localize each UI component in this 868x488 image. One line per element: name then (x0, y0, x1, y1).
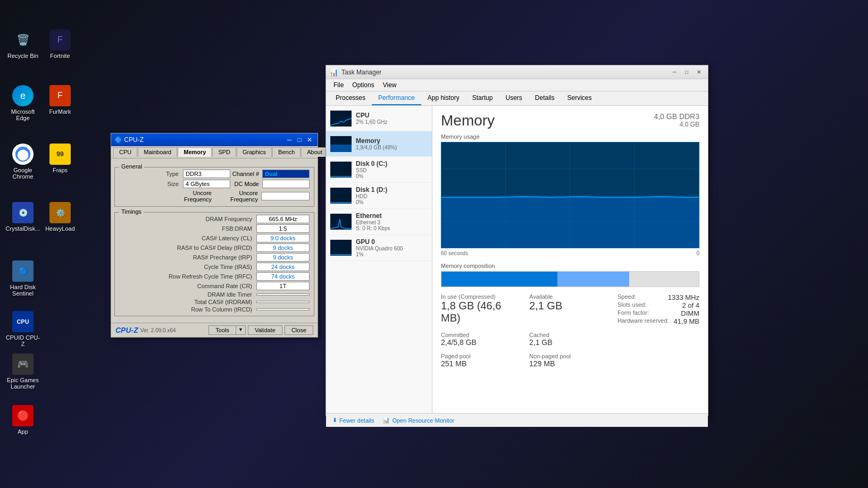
stat-nonpaged-label: Non-paged pool (529, 353, 611, 359)
taskmanager-tab-processes[interactable]: Processes (329, 91, 372, 105)
memory-type-info: 4,0 GB DDR3 4,0 GB (654, 112, 699, 128)
taskmanager-menu-options[interactable]: Options (348, 80, 378, 90)
resource-monitor-icon: 📊 (382, 417, 390, 424)
desktop-icon-crystaldisk[interactable]: 💿 CrystalDisk... (4, 202, 41, 232)
disk1-mini-chart (330, 188, 352, 204)
stat-in-use-label: In use (Compressed) (441, 293, 523, 300)
memory-type: 4,0 GB DDR3 (654, 112, 699, 121)
cpuz-titlebar: 🔷 CPU-Z ─ □ ✕ (111, 133, 318, 146)
cpuz-tools-group: Tools ▼ (208, 325, 246, 335)
cpu-device-info: CPU 2% 1,60 GHz (356, 112, 428, 125)
desktop-icon-heavyload[interactable]: ⚙️ HeavyLoad (41, 202, 79, 232)
disk0-device-info: Disk 0 (C:) SSD 0% (356, 160, 428, 179)
desktop-icon-edge[interactable]: e Microsoft Edge (4, 85, 41, 121)
taskmanager-tab-users[interactable]: Users (499, 91, 528, 105)
stat-in-use: In use (Compressed) 1,8 GB (46,6 MB) (441, 293, 523, 325)
cpuz-footer-left: CPU-Z Ver. 2.09.0.x64 (115, 326, 176, 334)
cpuz-logo: CPU-Z (115, 326, 138, 334)
desktop-icon-furmark[interactable]: F FurMark (41, 85, 79, 115)
desktop-icon-fraps[interactable]: 99 Fraps (41, 144, 79, 173)
desktop-icon-epic[interactable]: 🎮 Epic Games Launcher (4, 354, 41, 390)
desktop-icon-chrome[interactable]: ⬤ Google Chrome (4, 144, 41, 180)
cpuz-general-group: General Type DDR3 Channel # Dual Size 4 … (114, 167, 314, 207)
device-item-memory[interactable]: Memory 1,9/4,0 GB (48%) (326, 131, 432, 157)
cpuz-tab-spd[interactable]: SPD (212, 147, 236, 157)
taskmanager-minimize-button[interactable]: ─ (669, 68, 680, 77)
desktop-icon-app2[interactable]: 🔴 App (4, 405, 41, 435)
cpuz-tools-arrow[interactable]: ▼ (236, 325, 246, 335)
cpuz-tab-about[interactable]: About (301, 147, 328, 157)
fewer-details-label: Fewer details (339, 417, 374, 424)
memory-device-name: Memory (356, 137, 428, 145)
cpuz-timing-trdram: Total CAS# (tRDRAM) (119, 299, 310, 305)
taskmanager-menu-file[interactable]: File (329, 80, 348, 90)
cpuz-title: 🔷 CPU-Z (114, 136, 144, 144)
stat-paged-value: 251 MB (441, 359, 523, 368)
stat-committed-label: Committed (441, 332, 523, 338)
cpuz-tab-mainboard[interactable]: Mainboard (138, 147, 177, 157)
cpuz-tools-button[interactable]: Tools (208, 325, 236, 335)
gpu0-device-detail1: NVIDIA Quadro 600 (356, 246, 428, 251)
cpuz-close-btn[interactable]: Close (285, 325, 313, 335)
taskmanager-tab-startup[interactable]: Startup (466, 91, 499, 105)
disk0-device-name: Disk 0 (C:) (356, 160, 428, 167)
taskmanager-title: Task Manager (341, 69, 381, 76)
memory-mini-chart (330, 136, 352, 152)
device-item-cpu[interactable]: CPU 2% 1,60 GHz (326, 106, 432, 131)
taskmanager-tab-performance[interactable]: Performance (372, 91, 421, 105)
disk1-device-detail1: HDD (356, 193, 428, 199)
cpuz-tab-bench[interactable]: Bench (272, 147, 301, 157)
memory-in-use-bar (441, 272, 557, 287)
device-item-disk1[interactable]: Disk 1 (D:) HDD 0% (326, 183, 432, 209)
cpuz-minimize-button[interactable]: ─ (285, 135, 294, 145)
cpuz-timing-trcd: RAS# to CAS# Delay (tRCD) 9 docks (119, 243, 310, 252)
ethernet-device-info: Ethernet Ethernet 3 S: 0 R: 0 Kbps (356, 212, 428, 231)
stat-available-value: 2,1 GB (529, 300, 611, 312)
cpuz-timing-idle: DRAM Idle Timer (119, 291, 310, 298)
cpuz-maximize-button[interactable]: □ (295, 135, 304, 145)
cpuz-dcmode-value (262, 180, 310, 188)
taskmanager-titlebar: 📊 Task Manager ─ □ ✕ (326, 65, 708, 79)
taskmanager-close-button[interactable]: ✕ (693, 68, 705, 77)
device-item-disk0[interactable]: Disk 0 (C:) SSD 0% (326, 157, 432, 183)
stat-nonpaged-value: 129 MB (529, 359, 611, 368)
taskmanager-tabs: Processes Performance App history Startu… (326, 91, 708, 106)
taskmanager-menu-view[interactable]: View (379, 80, 401, 90)
desktop-icon-cpuid[interactable]: CPU CPUID CPU-Z (4, 311, 41, 347)
cpuz-tab-cpu[interactable]: CPU (113, 147, 137, 157)
gpu0-device-info: GPU 0 NVIDIA Quadro 600 1% (356, 238, 428, 257)
desktop-icon-recycle-bin[interactable]: 🗑️ Recycle Bin (4, 29, 41, 59)
taskmanager-menu: File Options View (326, 79, 708, 91)
fewer-details-button[interactable]: ⬇ Fewer details (332, 417, 374, 424)
memory-cached-bar (557, 272, 630, 287)
stat-available: Available 2,1 GB (529, 293, 611, 325)
stat-slots-value: 2 of 4 (682, 301, 699, 309)
taskmanager-tab-details[interactable]: Details (529, 91, 561, 105)
desktop-icon-harddisk[interactable]: 🔵 Hard Disk Sentinel (4, 260, 41, 297)
cpuz-tab-memory[interactable]: Memory (178, 147, 212, 157)
cpuz-tab-graphics[interactable]: Graphics (237, 147, 272, 157)
open-resource-monitor-button[interactable]: 📊 Open Resource Monitor (382, 417, 454, 424)
desktop-icon-fortnite[interactable]: F Fortnite (41, 29, 79, 59)
gpu0-device-name: GPU 0 (356, 238, 428, 246)
fewer-details-icon: ⬇ (332, 417, 337, 424)
device-item-gpu0[interactable]: GPU 0 NVIDIA Quadro 600 1% (326, 235, 432, 261)
cpuz-size-value: 4 GBytes (183, 180, 230, 188)
stat-nonpaged: Non-paged pool 129 MB (529, 353, 611, 368)
taskmanager-tab-services[interactable]: Services (561, 91, 598, 105)
gpu0-mini-chart (330, 240, 352, 256)
disk1-device-info: Disk 1 (D:) HDD 0% (356, 186, 428, 205)
stat-paged: Paged pool 251 MB (441, 353, 523, 368)
cpuz-close-button[interactable]: ✕ (305, 135, 314, 145)
device-item-ethernet[interactable]: Ethernet Ethernet 3 S: 0 R: 0 Kbps (326, 209, 432, 235)
memory-composition-bar (441, 271, 699, 287)
cpuz-window-controls: ─ □ ✕ (285, 135, 314, 145)
cpuz-content: General Type DDR3 Channel # Dual Size 4 … (111, 158, 318, 323)
taskmanager-maximize-button[interactable]: □ (681, 68, 692, 77)
cpuz-timing-rtc: Row To Column (tRCD) (119, 306, 310, 313)
cpuz-general-title: General (119, 163, 144, 170)
taskmanager-tab-apphistory[interactable]: App history (421, 91, 466, 105)
cpuz-validate-button[interactable]: Validate (248, 325, 282, 335)
memory-total-gb: 4,0 GB (654, 121, 699, 128)
cpuz-timings-title: Timings (119, 208, 144, 215)
